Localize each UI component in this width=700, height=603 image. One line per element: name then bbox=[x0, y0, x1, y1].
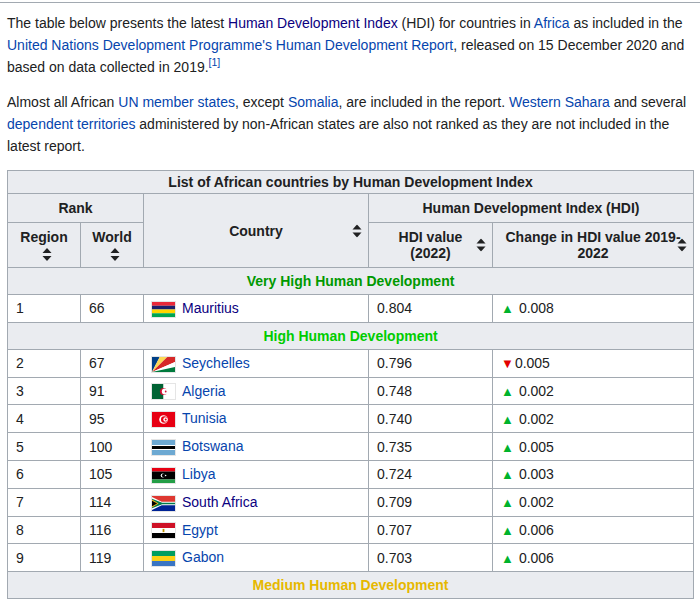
table-body: Very High Human Development166Mauritius0… bbox=[8, 268, 694, 599]
hdi-change-cell: ▲0.003 bbox=[493, 460, 694, 488]
hdi-value-cell: 0.796 bbox=[369, 349, 493, 377]
hdi-value-column-header[interactable]: HDI value (2022) bbox=[369, 223, 493, 268]
section-label: High Human Development bbox=[263, 328, 437, 344]
table-row: 9119Gabon0.703▲0.006 bbox=[8, 544, 694, 572]
hdi-value-cell: 0.707 bbox=[369, 516, 493, 544]
region-rank-cell: 9 bbox=[8, 544, 81, 572]
hdi-change-cell: ▲0.002 bbox=[493, 488, 694, 516]
wiki-link[interactable]: dependent territories bbox=[7, 116, 135, 132]
region-column-header[interactable]: Region bbox=[8, 223, 81, 268]
change-value: 0.005 bbox=[515, 355, 550, 371]
wiki-link[interactable]: Western Sahara bbox=[509, 94, 610, 110]
hdi-table: List of African countries by Human Devel… bbox=[7, 170, 694, 599]
footnote-reference[interactable]: [1] bbox=[209, 56, 221, 68]
hdi-change-cell: ▲0.008 bbox=[493, 295, 694, 323]
hdi-group-header: Human Development Index (HDI) bbox=[369, 194, 694, 223]
hdi-change-cell: ▲0.002 bbox=[493, 405, 694, 433]
paragraph-text: and several bbox=[610, 94, 686, 110]
world-rank-cell: 116 bbox=[81, 516, 144, 544]
increase-icon: ▲ bbox=[501, 440, 514, 455]
country-link[interactable]: Botswana bbox=[182, 438, 243, 454]
gabon-flag-icon bbox=[152, 551, 175, 566]
increase-icon: ▲ bbox=[501, 412, 514, 427]
table-row: 495Tunisia0.740▲0.002 bbox=[8, 405, 694, 433]
region-rank-cell: 4 bbox=[8, 405, 81, 433]
paragraph-text: Almost all African bbox=[7, 94, 118, 110]
country-cell: South Africa bbox=[144, 488, 369, 516]
rank-group-header: Rank bbox=[8, 194, 144, 223]
wiki-link[interactable]: [1] bbox=[209, 56, 221, 68]
increase-icon: ▲ bbox=[501, 301, 514, 316]
table-row: 391Algeria0.748▲0.002 bbox=[8, 377, 694, 405]
country-link[interactable]: Algeria bbox=[182, 383, 226, 399]
table-row: 267Seychelles0.796▼0.005 bbox=[8, 349, 694, 377]
change-value: 0.002 bbox=[519, 383, 554, 399]
change-value: 0.005 bbox=[519, 439, 554, 455]
wiki-link[interactable]: Africa bbox=[534, 15, 570, 31]
hdi-change-cell: ▼0.005 bbox=[493, 349, 694, 377]
sort-icon[interactable] bbox=[677, 239, 687, 252]
world-column-header[interactable]: World bbox=[81, 223, 144, 268]
hdi-value-cell: 0.740 bbox=[369, 405, 493, 433]
sort-icon[interactable] bbox=[476, 239, 486, 252]
hdi-value-cell: 0.709 bbox=[369, 488, 493, 516]
region-rank-cell: 6 bbox=[8, 460, 81, 488]
country-link[interactable]: Egypt bbox=[182, 522, 218, 538]
change-value: 0.006 bbox=[519, 522, 554, 538]
country-cell: Algeria bbox=[144, 377, 369, 405]
increase-icon: ▲ bbox=[501, 523, 514, 538]
country-cell: Botswana bbox=[144, 433, 369, 461]
mauritius-flag-icon bbox=[152, 302, 175, 317]
country-header-label: Country bbox=[229, 223, 283, 239]
development-section-header: High Human Development bbox=[8, 322, 694, 349]
country-link[interactable]: Tunisia bbox=[182, 410, 227, 426]
country-link[interactable]: Libya bbox=[182, 466, 215, 482]
country-link[interactable]: Mauritius bbox=[182, 300, 239, 316]
country-link[interactable]: Gabon bbox=[182, 549, 224, 565]
increase-icon: ▲ bbox=[501, 384, 514, 399]
section-label: Medium Human Development bbox=[253, 577, 449, 593]
paragraph-text: as included in the bbox=[570, 15, 683, 31]
hdi-value-cell: 0.804 bbox=[369, 295, 493, 323]
table-row: 5100Botswana0.735▲0.005 bbox=[8, 433, 694, 461]
seychelles-flag-icon bbox=[152, 357, 175, 372]
country-cell: Gabon bbox=[144, 544, 369, 572]
tunisia-flag-icon bbox=[152, 412, 175, 427]
world-header-label: World bbox=[92, 229, 131, 245]
sort-icon[interactable] bbox=[352, 224, 362, 237]
change-header-label: Change in HDI value 2019-2022 bbox=[503, 229, 683, 261]
world-rank-cell: 105 bbox=[81, 460, 144, 488]
table-row: 8116Egypt0.707▲0.006 bbox=[8, 516, 694, 544]
world-rank-cell: 114 bbox=[81, 488, 144, 516]
world-rank-cell: 66 bbox=[81, 295, 144, 323]
wiki-link[interactable]: United Nations Development Programme's H… bbox=[7, 37, 453, 53]
botswana-flag-icon bbox=[152, 440, 175, 455]
paragraph-text: (HDI) for countries in bbox=[398, 15, 534, 31]
change-column-header[interactable]: Change in HDI value 2019-2022 bbox=[493, 223, 694, 268]
region-rank-cell: 1 bbox=[8, 295, 81, 323]
paragraph-text: The table below presents the latest bbox=[7, 15, 228, 31]
country-link[interactable]: Seychelles bbox=[182, 355, 250, 371]
country-link[interactable]: South Africa bbox=[182, 494, 258, 510]
section-label: Very High Human Development bbox=[247, 273, 455, 289]
sort-icon[interactable] bbox=[42, 248, 52, 261]
table-row: 166Mauritius0.804▲0.008 bbox=[8, 295, 694, 323]
article-body: The table below presents the latest Huma… bbox=[0, 12, 700, 599]
wiki-link[interactable]: Human Development Index bbox=[228, 15, 398, 31]
country-column-header[interactable]: Country bbox=[144, 194, 369, 268]
hdi-value-cell: 0.748 bbox=[369, 377, 493, 405]
hdi-change-cell: ▲0.006 bbox=[493, 516, 694, 544]
sort-icon[interactable] bbox=[110, 248, 120, 261]
hdi-value-cell: 0.735 bbox=[369, 433, 493, 461]
country-cell: Tunisia bbox=[144, 405, 369, 433]
world-rank-cell: 95 bbox=[81, 405, 144, 433]
increase-icon: ▲ bbox=[501, 551, 514, 566]
increase-icon: ▲ bbox=[501, 495, 514, 510]
wiki-link[interactable]: Somalia bbox=[288, 94, 339, 110]
development-section-header: Very High Human Development bbox=[8, 268, 694, 295]
development-section-header: Medium Human Development bbox=[8, 572, 694, 599]
country-cell: Libya bbox=[144, 460, 369, 488]
wiki-link[interactable]: UN member states bbox=[118, 94, 235, 110]
section-divider bbox=[0, 2, 700, 3]
libya-flag-icon bbox=[152, 468, 175, 483]
